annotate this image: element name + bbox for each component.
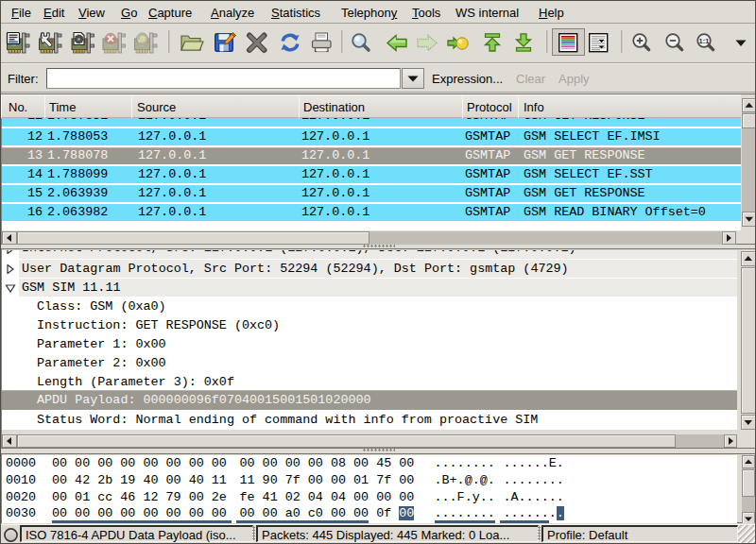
svg-text:1:1: 1:1 <box>699 37 710 45</box>
